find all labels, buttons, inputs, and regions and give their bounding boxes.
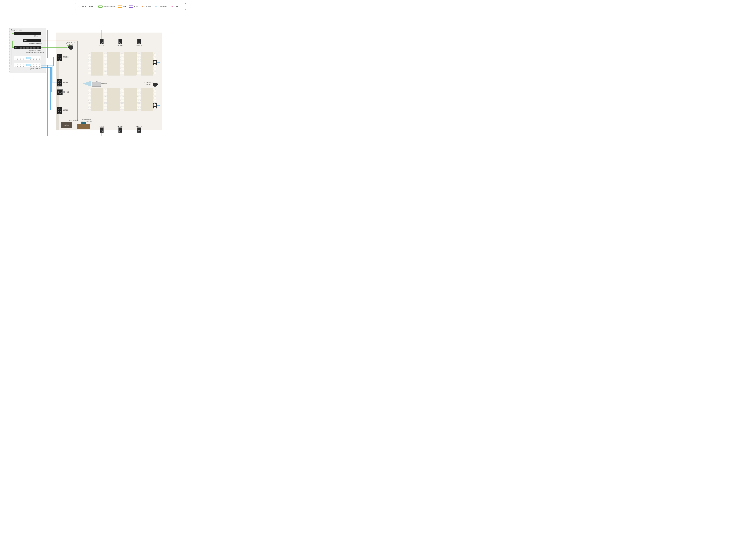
label-sb7118: SB 7118	[63, 91, 69, 93]
legend-title: CABLE TYPE	[78, 5, 94, 8]
unit-amp-1	[14, 56, 41, 60]
legend-ethernet: Standard Ethernet	[98, 5, 116, 8]
seating-table	[124, 88, 137, 111]
label-core8: Q-SYS Core 8 Flex	[30, 43, 42, 44]
microphone	[78, 120, 78, 124]
speaker-sr8200-bot-2	[119, 127, 122, 133]
rack-title: Equipment rack	[11, 29, 21, 31]
label-sr5152-3: SR 5152	[63, 110, 69, 111]
label-sr5152-2: SR 5152	[63, 81, 69, 83]
legend-hdmi: HDMI	[129, 5, 138, 8]
seating-table	[107, 88, 120, 111]
seating-table	[141, 52, 154, 76]
mic-line-icon: ∿	[140, 5, 144, 8]
usb-icon	[118, 5, 122, 8]
speaker-sr5152-3	[57, 107, 62, 115]
podium: Podium	[61, 122, 72, 128]
switch-ports	[20, 47, 39, 49]
speaker-sr8200-top-2	[119, 39, 122, 44]
ethernet-icon	[98, 5, 102, 8]
legend-loudspeaker: ∿Loudspeaker	[154, 5, 168, 8]
switch-brand: QSC	[15, 47, 17, 48]
unit-core8: QSC	[23, 39, 41, 42]
speaker-sr8200-top-1	[100, 39, 103, 44]
unit-dcio-h	[14, 32, 41, 35]
speaker-sr5152-2	[57, 79, 62, 86]
loudspeaker-icon: ∿	[154, 5, 158, 8]
label-sr8200-t3: SR 8200	[136, 45, 142, 46]
lectern-desk	[77, 124, 90, 129]
subwoofer-sb7118	[57, 89, 63, 95]
label-microphone: Microphone	[69, 120, 77, 121]
unit-network-switch: QSC	[14, 46, 41, 49]
label-dcio: DCIO-H	[34, 35, 39, 37]
legend-box: CABLE TYPE Standard Ethernet USB HDMI ∿M…	[75, 3, 186, 10]
label-amps: Q-SYS CX-Q 2K4	[30, 68, 41, 70]
gpio-icon: ⇄	[170, 5, 174, 8]
seating-table	[91, 88, 103, 111]
ptz-camera-front	[69, 45, 73, 49]
label-sr8200-t2: SR 8200	[117, 45, 123, 46]
speaker-sr8200-top-3	[137, 39, 141, 44]
seating-table	[107, 52, 120, 76]
label-sr8200-b3: SR 8200	[136, 126, 142, 127]
diagram-root: CABLE TYPE Standard Ethernet USB HDMI ∿M…	[0, 0, 190, 143]
speaker-sr5152-1	[57, 54, 62, 61]
legend-usb: USB	[118, 5, 126, 8]
label-sr5152-1: SR 5152	[63, 56, 69, 58]
speaker-sr8200-bot-3	[137, 127, 141, 133]
legend-mic: ∿Mic/Line	[140, 5, 151, 8]
seating-table	[124, 52, 137, 76]
label-camera-rear: Q-SYS PTZ-IP camera	[144, 82, 154, 85]
label-touch-controller: Q-SYS touch sceen controller	[81, 119, 92, 122]
projector	[92, 82, 101, 87]
label-sr8200-t1: SR 8200	[98, 45, 104, 46]
seating-table	[141, 88, 154, 111]
hdmi-icon	[129, 5, 133, 8]
label-sr8200-b1: SR 8200	[98, 126, 104, 127]
legend-gpio: ⇄GPIO	[170, 5, 179, 8]
seating-table	[91, 52, 103, 76]
projector-beam	[83, 80, 91, 87]
svg-marker-0	[83, 81, 91, 86]
label-projector: Projector	[101, 83, 107, 85]
unit-amp-2	[14, 63, 41, 67]
label-switch: Q-SYS NS Series or standard network swit…	[27, 50, 44, 53]
speaker-sr8200-bot-1	[100, 127, 103, 133]
core8-brand: QSC	[24, 40, 27, 41]
label-sr8200-b2: SR 8200	[117, 126, 123, 127]
label-camera-front: Q-SYS PTZ-IP camera	[66, 42, 76, 45]
